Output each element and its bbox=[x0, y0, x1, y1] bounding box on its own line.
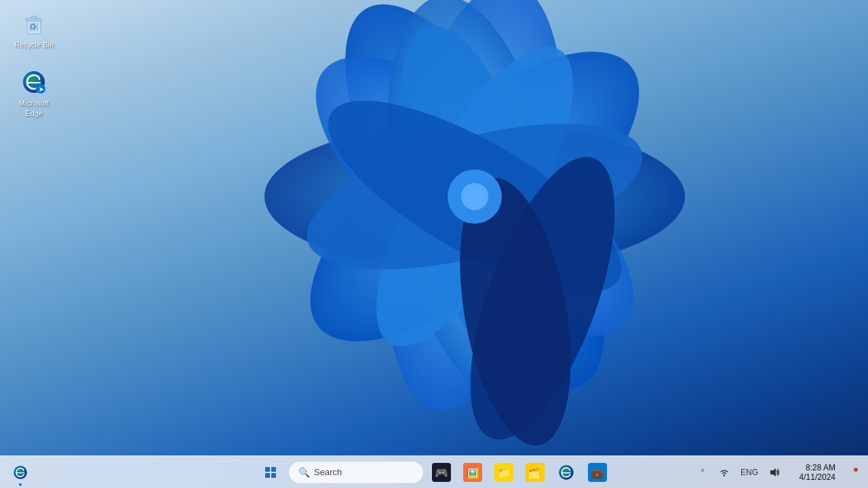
taskbar-center: 🔍 Search 🎮 🖼️ � bbox=[256, 458, 612, 487]
edge-center-taskbar-button[interactable] bbox=[551, 458, 581, 487]
language-indicator[interactable]: ENG bbox=[736, 465, 762, 480]
svg-text:🖼️: 🖼️ bbox=[466, 466, 479, 479]
volume-tray-icon[interactable] bbox=[765, 460, 784, 485]
clock-time: 8:28 AM bbox=[806, 463, 835, 472]
colorapp-taskbar-button[interactable]: 🖼️ bbox=[458, 458, 488, 487]
show-hidden-icons-button[interactable]: ^ bbox=[693, 460, 712, 485]
svg-marker-37 bbox=[770, 468, 776, 476]
system-tray: ^ ENG bbox=[693, 460, 863, 485]
network-tray-icon[interactable] bbox=[715, 460, 734, 485]
search-bar[interactable]: 🔍 Search bbox=[288, 461, 424, 484]
svg-point-38 bbox=[854, 468, 858, 472]
files-taskbar-button[interactable]: 📁 bbox=[489, 458, 519, 487]
win-logo-pane-1 bbox=[265, 467, 270, 472]
svg-point-13 bbox=[461, 183, 488, 210]
wifi-icon bbox=[719, 467, 730, 478]
taskbar: 🔍 Search 🎮 🖼️ � bbox=[0, 455, 868, 488]
svg-text:🎮: 🎮 bbox=[435, 466, 448, 479]
language-label: ENG bbox=[741, 468, 758, 477]
win-logo-pane-4 bbox=[271, 473, 276, 478]
desktop: ♻ Recycle Bin bbox=[0, 0, 868, 488]
win-logo-pane-2 bbox=[271, 467, 276, 472]
chevron-icon: ^ bbox=[701, 468, 705, 476]
speaker-icon bbox=[769, 467, 780, 478]
search-icon: 🔍 bbox=[298, 467, 310, 478]
start-button[interactable] bbox=[256, 458, 285, 487]
blueapp-taskbar-button[interactable]: 💼 bbox=[583, 458, 612, 487]
recycle-bin-label: Recycle Bin bbox=[14, 40, 54, 49]
win-logo-pane-3 bbox=[265, 473, 270, 478]
edge-taskbar-button[interactable] bbox=[5, 458, 35, 487]
edge-image: ➤ bbox=[20, 68, 47, 96]
svg-text:➤: ➤ bbox=[39, 86, 44, 93]
edge-desktop-icon[interactable]: ➤ MicrosoftEdge bbox=[7, 65, 61, 121]
explorer-taskbar-button[interactable]: 🗂️ bbox=[520, 458, 550, 487]
search-label: Search bbox=[314, 467, 342, 477]
svg-text:♻: ♻ bbox=[29, 22, 37, 32]
wallpaper-bloom bbox=[136, 0, 814, 488]
svg-text:💼: 💼 bbox=[591, 467, 604, 479]
clock[interactable]: 8:28 AM 4/11/2024 bbox=[787, 462, 841, 483]
desktop-icons: ♻ Recycle Bin bbox=[7, 7, 61, 121]
edge-label: MicrosoftEdge bbox=[19, 98, 50, 118]
diablo-taskbar-button[interactable]: 🎮 bbox=[427, 458, 456, 487]
running-indicator bbox=[19, 483, 22, 486]
recycle-bin-icon[interactable]: ♻ Recycle Bin bbox=[7, 7, 61, 53]
svg-text:📁: 📁 bbox=[497, 466, 511, 479]
taskbar-left bbox=[5, 458, 60, 487]
recycle-bin-image: ♻ bbox=[20, 10, 47, 37]
clock-date: 4/11/2024 bbox=[800, 472, 835, 482]
svg-point-36 bbox=[724, 474, 725, 476]
notification-button[interactable] bbox=[844, 460, 863, 485]
windows-logo bbox=[265, 467, 276, 478]
svg-text:🗂️: 🗂️ bbox=[528, 468, 540, 479]
svg-rect-16 bbox=[31, 16, 37, 19]
notification-icon bbox=[848, 468, 858, 477]
